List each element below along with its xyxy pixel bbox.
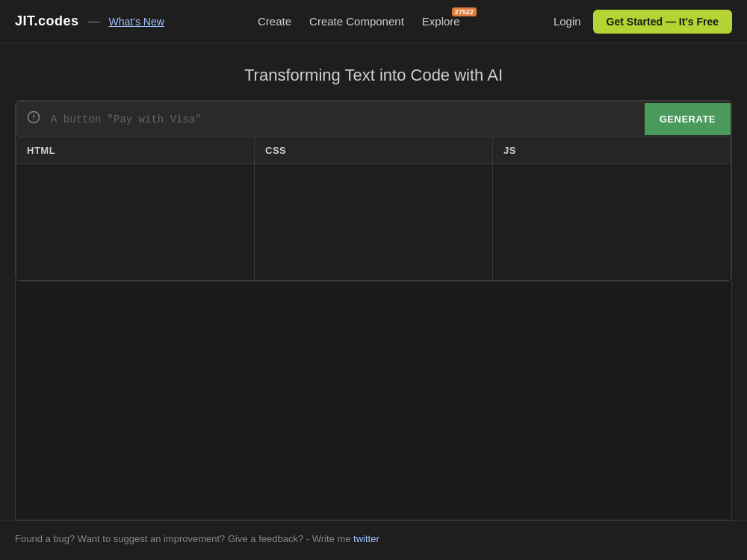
brand-logo: JIT.codes	[15, 13, 79, 29]
get-started-button[interactable]: Get Started — It's Free	[593, 10, 732, 34]
css-panel-body	[255, 164, 492, 280]
html-panel-header: HTML	[16, 137, 254, 164]
html-panel-body	[16, 164, 254, 280]
js-panel-header: JS	[493, 137, 731, 164]
nav-explore-label: Explore	[422, 15, 460, 28]
navbar: JIT.codes — What's New Create Create Com…	[0, 0, 747, 43]
explore-badge-count: 27522	[452, 7, 477, 16]
css-panel: CSS	[255, 137, 493, 280]
editor-section: GENERATE HTML CSS JS	[15, 100, 732, 281]
js-panel-body	[493, 164, 731, 280]
login-button[interactable]: Login	[554, 15, 581, 28]
navbar-left: JIT.codes — What's New	[15, 13, 164, 29]
navbar-right: Login Get Started — It's Free	[554, 10, 732, 34]
prompt-input[interactable]	[51, 103, 645, 136]
footer: Found a bug? Want to suggest an improvem…	[0, 520, 747, 556]
whats-new-link[interactable]: What's New	[109, 16, 164, 28]
html-panel: HTML	[16, 137, 255, 280]
css-panel-header: CSS	[255, 137, 492, 164]
generate-button[interactable]: GENERATE	[645, 103, 731, 135]
navbar-center: Create Create Component Explore 27522	[258, 15, 460, 28]
footer-text: Found a bug? Want to suggest an improvem…	[15, 533, 350, 544]
preview-section	[15, 281, 732, 520]
nav-create[interactable]: Create	[258, 15, 291, 28]
prompt-icon	[16, 102, 51, 137]
code-panels: HTML CSS JS	[16, 137, 731, 281]
nav-explore[interactable]: Explore 27522	[422, 15, 460, 28]
nav-create-component[interactable]: Create Component	[309, 15, 404, 28]
main-content: Transforming Text into Code with AI GENE…	[0, 43, 747, 520]
brand-separator: —	[88, 15, 100, 28]
footer-twitter-link[interactable]: twitter	[353, 533, 379, 544]
page-title: Transforming Text into Code with AI	[15, 66, 732, 85]
js-panel: JS	[493, 137, 731, 280]
prompt-container: GENERATE	[16, 101, 731, 137]
